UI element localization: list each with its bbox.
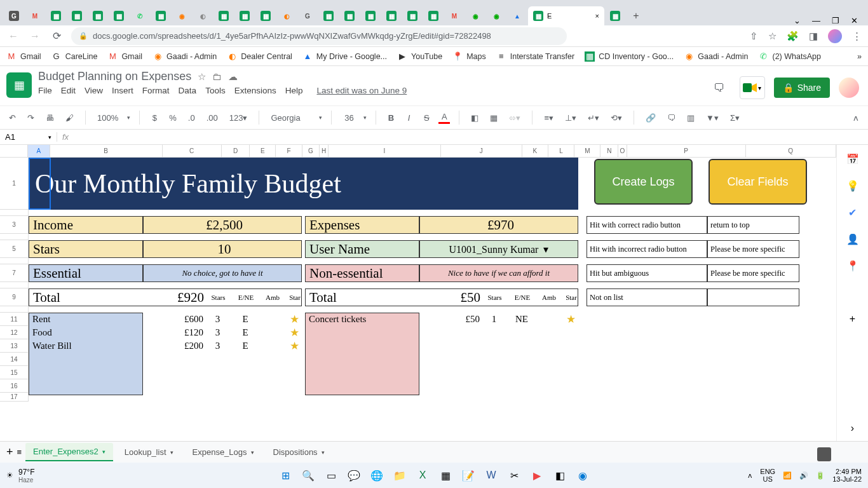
search-button[interactable]: 🔍 xyxy=(300,467,316,484)
decrease-decimal-button[interactable]: .0 xyxy=(186,112,198,124)
profile-avatar[interactable] xyxy=(828,29,842,43)
col-header[interactable]: A xyxy=(28,145,50,157)
edge-icon[interactable]: ◉ xyxy=(574,467,591,484)
browser-tab[interactable]: ▦ xyxy=(339,6,360,25)
row-header[interactable]: 12 xyxy=(0,326,29,339)
wrap-button[interactable]: ↵▾ xyxy=(585,112,602,124)
chrome-icon[interactable]: 🌐 xyxy=(369,467,385,484)
share-button[interactable]: 🔒 Share xyxy=(774,78,830,98)
keep-icon[interactable]: 💡 xyxy=(846,179,859,192)
fill-color-button[interactable]: ◧ xyxy=(468,112,481,124)
browser-tab[interactable]: ◐ xyxy=(193,6,213,25)
browser-tab[interactable]: ▦ xyxy=(255,6,276,25)
notepad-icon[interactable]: 📝 xyxy=(460,467,477,484)
app-icon[interactable]: ▶ xyxy=(529,467,545,484)
sheet-tab[interactable]: Expense_Logs ▾ xyxy=(185,443,262,461)
row-header[interactable] xyxy=(0,210,29,216)
text-color-button[interactable]: A xyxy=(438,112,450,124)
explorer-icon[interactable]: 📁 xyxy=(391,467,408,484)
undo-button[interactable]: ↶ xyxy=(6,112,18,124)
bookmark-item[interactable]: MGmail xyxy=(6,51,41,62)
menu-format[interactable]: Format xyxy=(142,86,170,95)
col-header[interactable]: F xyxy=(276,145,302,157)
share-icon[interactable]: ⇧ xyxy=(750,30,758,42)
browser-tab[interactable]: ▦ xyxy=(381,6,402,25)
word-icon[interactable]: W xyxy=(483,467,499,484)
weather-icon[interactable]: ☀ xyxy=(6,471,13,480)
browser-tab[interactable]: M xyxy=(25,6,45,25)
app-icon[interactable]: ✂ xyxy=(506,467,522,484)
bookmark-item[interactable]: GCareLine xyxy=(51,51,98,62)
excel-icon[interactable]: X xyxy=(414,467,431,484)
chart-button[interactable]: ▥ xyxy=(684,112,697,124)
app-icon[interactable]: ◧ xyxy=(552,467,568,484)
browser-tab[interactable]: ▦ xyxy=(605,6,625,25)
tasks-icon[interactable]: ✔ xyxy=(846,206,859,219)
select-all-corner[interactable] xyxy=(0,145,28,158)
app-icon[interactable]: ▦ xyxy=(437,467,454,484)
strike-button[interactable]: S xyxy=(421,112,432,124)
print-button[interactable]: 🖶 xyxy=(43,112,57,124)
spreadsheet-grid[interactable]: ABCDEFGHIJKLMNOPQ 1357911121314151617 Ou… xyxy=(0,145,836,441)
star-icon[interactable]: ☆ xyxy=(768,30,776,42)
bookmark-item[interactable]: MGmail xyxy=(107,51,142,62)
row-header[interactable] xyxy=(0,234,29,240)
menu-file[interactable]: File xyxy=(38,86,52,95)
row-header[interactable] xyxy=(0,282,29,288)
bookmark-item[interactable]: ◐Dealer Central xyxy=(227,51,292,62)
bookmarks-overflow[interactable]: » xyxy=(857,52,862,61)
bookmark-item[interactable]: ▦CD Inventory - Goo... xyxy=(585,51,674,62)
calendar-icon[interactable]: 📅 xyxy=(846,152,859,165)
col-header[interactable]: Q xyxy=(746,145,837,157)
browser-tab[interactable]: ▦ xyxy=(109,6,129,25)
menu-tools[interactable]: Tools xyxy=(205,86,226,95)
explore-button[interactable] xyxy=(817,447,831,461)
bold-button[interactable]: B xyxy=(385,112,397,124)
row-header[interactable]: 16 xyxy=(0,379,29,393)
col-header[interactable]: E xyxy=(250,145,276,157)
row-header[interactable]: 14 xyxy=(0,353,29,366)
link-button[interactable]: 🔗 xyxy=(643,112,658,124)
back-button[interactable]: ← xyxy=(6,30,20,42)
menu-data[interactable]: Data xyxy=(179,86,197,95)
contacts-icon[interactable]: 👤 xyxy=(846,233,859,245)
url-input[interactable]: 🔒 docs.google.com/spreadsheets/d/1_4ye5a… xyxy=(71,27,567,45)
start-button[interactable]: ⊞ xyxy=(277,467,294,484)
maps-icon[interactable]: 📍 xyxy=(846,259,859,272)
browser-tab[interactable]: ▦ xyxy=(360,6,381,25)
browser-tab[interactable]: ▦ xyxy=(151,6,171,25)
close-icon[interactable]: ✕ xyxy=(851,16,858,25)
rotate-button[interactable]: ⟲▾ xyxy=(608,112,625,124)
currency-button[interactable]: $ xyxy=(149,112,160,124)
bookmark-item[interactable]: ◉Gaadi - Admin xyxy=(153,51,217,62)
browser-tab[interactable]: G xyxy=(4,6,24,25)
account-avatar[interactable] xyxy=(839,78,859,98)
browser-tab[interactable]: ◉ xyxy=(486,6,506,25)
col-header[interactable]: G xyxy=(302,145,320,157)
browser-tab[interactable]: ◉ xyxy=(465,6,485,25)
all-sheets-button[interactable]: ≡ xyxy=(17,447,22,457)
browser-tab[interactable]: ▦ xyxy=(234,6,255,25)
last-edit-link[interactable]: Last edit was on June 9 xyxy=(316,86,407,95)
paint-format-button[interactable]: 🖌 xyxy=(63,112,76,124)
browser-tab[interactable]: ▦ xyxy=(88,6,108,25)
browser-tab[interactable]: G xyxy=(297,6,318,25)
cloud-icon[interactable]: ☁ xyxy=(228,71,238,83)
redo-button[interactable]: ↷ xyxy=(25,112,37,124)
bookmark-item[interactable]: ◉Gaadi - Admin xyxy=(684,51,748,62)
close-icon[interactable]: × xyxy=(595,12,599,20)
increase-decimal-button[interactable]: .00 xyxy=(204,112,220,124)
merge-button[interactable]: ⬄▾ xyxy=(506,112,523,124)
row-header[interactable]: 1 xyxy=(0,158,29,210)
tray-chevron-icon[interactable]: ʌ xyxy=(748,471,752,480)
filter-button[interactable]: ▼▾ xyxy=(703,112,721,124)
row-header[interactable]: 15 xyxy=(0,366,29,379)
browser-tab[interactable]: ▦ xyxy=(318,6,339,25)
move-icon[interactable]: 🗀 xyxy=(212,71,222,82)
col-header[interactable]: B xyxy=(50,145,163,157)
bookmark-item[interactable]: ≡Interstate Transfer xyxy=(496,51,574,62)
browser-tab-active[interactable]: ▦ E × xyxy=(528,6,604,25)
browser-tab[interactable]: ▦ xyxy=(402,6,423,25)
menu-insert[interactable]: Insert xyxy=(112,86,133,95)
row-header[interactable]: 13 xyxy=(0,339,29,353)
